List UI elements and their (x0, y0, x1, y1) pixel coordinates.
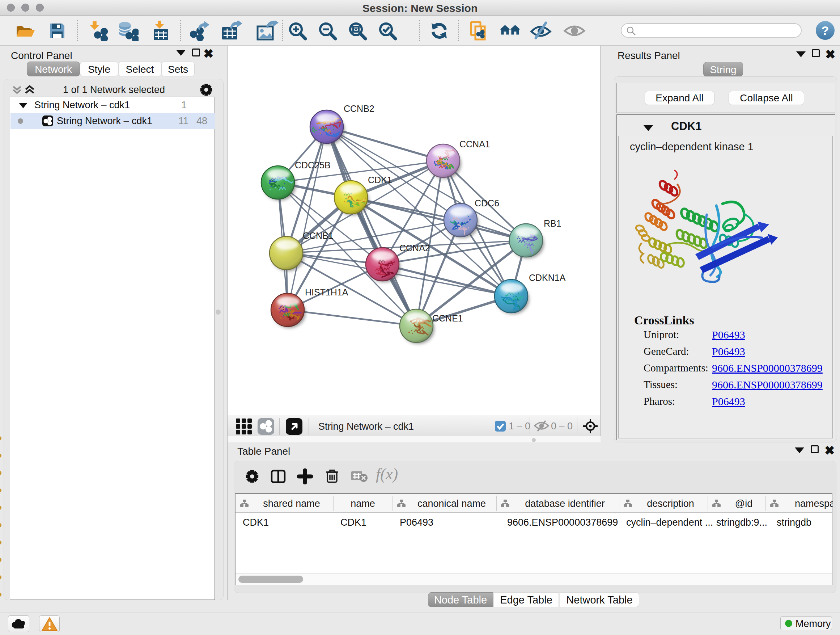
svg-text:CCNA1: CCNA1 (459, 139, 490, 149)
svg-text:CDKN1A: CDKN1A (529, 272, 566, 283)
svg-text:CDK1: CDK1 (368, 175, 392, 185)
svg-text:RB1: RB1 (544, 218, 561, 228)
svg-text:CCNA2: CCNA2 (399, 243, 430, 253)
svg-text:CCNE1: CCNE1 (432, 313, 463, 323)
svg-text:CCNB2: CCNB2 (344, 103, 374, 114)
svg-text:CCNB1: CCNB1 (303, 231, 333, 241)
svg-text:CDC6: CDC6 (475, 198, 499, 208)
svg-text:CDC25B: CDC25B (295, 160, 331, 170)
svg-text:HIST1H1A: HIST1H1A (305, 287, 348, 297)
